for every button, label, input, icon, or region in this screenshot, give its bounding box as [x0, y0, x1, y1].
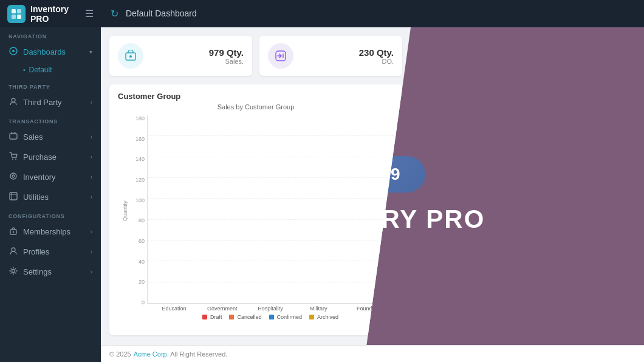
do-stat-icon [268, 43, 293, 69]
purchase-label: Purchase [23, 152, 57, 162]
svg-point-16 [13, 231, 14, 233]
sales-stat-card: 979 Qty. Sales. [109, 36, 252, 76]
profiles-label: Profiles [23, 247, 49, 256]
settings-arrow: › [91, 268, 92, 275]
grid-line-20 [148, 282, 394, 282]
sidebar-item-profiles[interactable]: Profiles › [0, 242, 101, 262]
svg-point-17 [12, 248, 15, 251]
footer-company-link[interactable]: Acme Corp [134, 350, 167, 358]
third-party-icon [9, 97, 18, 108]
sidebar: Inventory PRO ☰ NAVIGATION Dashboards ▾ … [0, 0, 101, 362]
dashboard-content: .NET 9 INVENTORY PRO 979 Qty. [101, 27, 644, 362]
footer-rights: . All Right Reserved. [167, 350, 228, 358]
chart-subtitle: Sales by Customer Group [118, 103, 394, 111]
sales-icon [9, 132, 18, 142]
grid-line-60 [148, 240, 394, 241]
grid-line-140 [148, 157, 394, 157]
purchase-arrow: › [91, 154, 92, 160]
inventory-label: Inventory [23, 172, 55, 182]
app-logo [7, 5, 26, 23]
sidebar-item-default[interactable]: Default [0, 62, 101, 78]
chart-legend: Draft Cancelled Confirmed [147, 314, 394, 320]
dashboards-arrow: ▾ [89, 49, 92, 55]
grid-line-160 [148, 135, 394, 136]
x-label-education: Education [152, 306, 196, 312]
y-axis-labels: 180 160 140 120 100 80 60 40 20 0 [130, 115, 147, 320]
chart-container: Customer Group Sales by Customer Group Q… [109, 84, 402, 335]
sidebar-toggle-icon[interactable]: ☰ [85, 8, 94, 19]
purchase-icon [9, 152, 18, 162]
x-label-hospitality: Hospitality [248, 306, 292, 312]
configurations-section-label: CONFIGURATIONS [0, 207, 101, 222]
svg-rect-7 [10, 134, 17, 139]
utilities-label: Utilities [23, 193, 49, 202]
topbar: ↻ Default Dashboard [101, 0, 644, 27]
dashboards-label: Dashboards [23, 47, 66, 56]
grid-line-120 [148, 177, 394, 178]
svg-rect-12 [10, 193, 17, 200]
svg-point-10 [10, 173, 16, 179]
chart-section-title: Customer Group [118, 92, 394, 101]
sidebar-item-inventory[interactable]: Inventory › [0, 167, 101, 187]
profiles-arrow: › [91, 248, 92, 255]
sidebar-item-dashboards[interactable]: Dashboards ▾ [0, 42, 101, 62]
sidebar-item-third-party[interactable]: Third Party › [0, 92, 101, 112]
svg-point-11 [12, 175, 15, 177]
svg-rect-1 [17, 9, 21, 13]
sidebar-item-utilities[interactable]: Utilities › [0, 187, 101, 207]
svg-rect-2 [12, 15, 16, 19]
archived-color [309, 315, 314, 319]
page-title: Default Dashboard [126, 9, 197, 18]
grid-line-40 [148, 261, 394, 261]
sales-stat-info: 979 Qty. Sales. [151, 47, 244, 65]
legend-confirmed: Confirmed [269, 314, 303, 320]
do-stat-card: 230 Qty. DO. [259, 36, 402, 76]
svg-rect-3 [17, 15, 21, 19]
sales-arrow: › [91, 134, 92, 140]
sidebar-item-purchase[interactable]: Purchase › [0, 147, 101, 167]
memberships-label: Memberships [23, 227, 70, 236]
sales-label-text: Sales. [151, 58, 244, 65]
svg-point-9 [15, 159, 16, 160]
default-label: Default [29, 66, 52, 74]
sidebar-item-sales[interactable]: Sales › [0, 127, 101, 147]
settings-label: Settings [23, 267, 52, 276]
chart-bars [147, 115, 394, 304]
svg-point-20 [129, 55, 132, 58]
sidebar-item-settings[interactable]: Settings › [0, 262, 101, 282]
utilities-arrow: › [91, 194, 92, 200]
sidebar-header: Inventory PRO ☰ [0, 0, 101, 27]
grid-line-80 [148, 219, 394, 220]
y-axis-label: Quantity [122, 200, 128, 221]
x-label-government: Government [200, 306, 244, 312]
legend-archived-label: Archived [317, 314, 338, 320]
x-axis-labels: EducationGovernmentHospitalityMilitaryFo… [147, 304, 394, 312]
chart-area: EducationGovernmentHospitalityMilitaryFo… [147, 115, 394, 320]
main-area: ↻ Default Dashboard .NET 9 INVENTORY PRO [101, 0, 644, 362]
legend-draft-label: Draft [210, 314, 222, 320]
dashboards-icon [9, 47, 18, 57]
settings-icon [9, 267, 18, 277]
sales-stat-icon [118, 43, 143, 69]
legend-cancelled: Cancelled [229, 314, 261, 320]
transactions-section-label: TRANSACTIONS [0, 112, 101, 127]
do-qty: 230 Qty. [301, 47, 394, 58]
svg-point-5 [12, 50, 15, 52]
refresh-icon[interactable]: ↻ [111, 8, 118, 19]
do-stat-info: 230 Qty. DO. [301, 47, 394, 65]
legend-draft: Draft [202, 314, 222, 320]
inventory-arrow: › [91, 174, 92, 180]
sales-label: Sales [23, 132, 43, 142]
footer-copyright: © 2025 [109, 350, 131, 358]
memberships-arrow: › [91, 228, 92, 235]
svg-point-8 [12, 159, 13, 160]
cancelled-color [229, 315, 234, 319]
sidebar-item-memberships[interactable]: Memberships › [0, 222, 101, 242]
svg-rect-0 [12, 9, 16, 13]
profiles-icon [9, 247, 18, 257]
memberships-icon [9, 227, 18, 237]
svg-point-6 [12, 98, 15, 102]
dashboard-left: 979 Qty. Sales. 230 Qty. DO. [101, 27, 411, 362]
nav-section-label: NAVIGATION [0, 27, 101, 42]
app-title: Inventory PRO [30, 4, 80, 24]
